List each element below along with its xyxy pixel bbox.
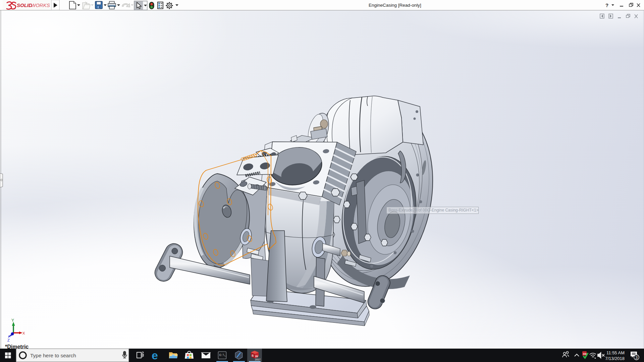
svg-text:SOLID: SOLID: [17, 2, 32, 8]
svg-text:7/13/2018: 7/13/2018: [605, 356, 625, 361]
svg-text:Z: Z: [7, 338, 10, 342]
svg-text:Y: Y: [11, 318, 14, 323]
svg-text:W: W: [255, 354, 258, 358]
svg-text:S: S: [252, 354, 254, 357]
svg-text:3: 3: [635, 355, 638, 360]
svg-text:2017: 2017: [255, 358, 261, 361]
svg-text:?: ?: [605, 2, 608, 8]
svg-text:C:\_: C:\_: [219, 354, 226, 357]
svg-text:11:55 AM: 11:55 AM: [606, 350, 625, 355]
svg-text:X: X: [22, 331, 25, 335]
svg-text:Type here to search: Type here to search: [30, 353, 76, 358]
svg-text:WORKS: WORKS: [31, 2, 50, 8]
svg-text:e: e: [152, 349, 158, 362]
